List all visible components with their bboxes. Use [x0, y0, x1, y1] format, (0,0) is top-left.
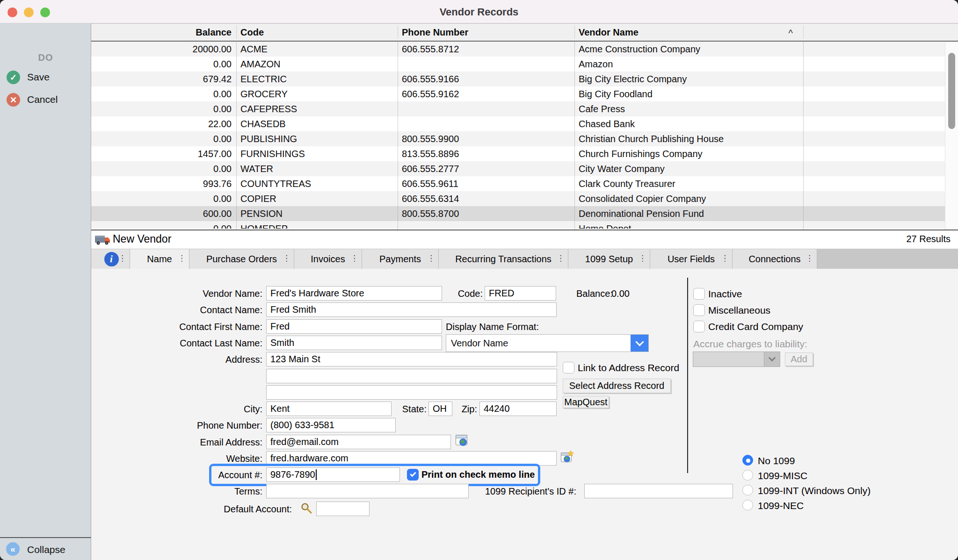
1099-int-radio[interactable] — [742, 485, 753, 495]
vendor-name-label: Vendor Name: — [91, 287, 262, 300]
tab-bar: i ⋮ Name ⋮ Purchase Orders ⋮ Invoices ⋮ … — [91, 249, 958, 269]
column-header-code[interactable]: Code — [236, 27, 398, 38]
text-cursor — [316, 469, 317, 480]
no-1099-label: No 1099 — [758, 455, 795, 467]
table-row[interactable]: 0.00 COPIER 606.555.6314 Consolidated Co… — [91, 191, 958, 206]
credit-card-company-label: Credit Card Company — [708, 321, 803, 332]
column-header-vendor-name[interactable]: Vendor Name ^ — [574, 27, 803, 38]
vendor-table: Balance Code Phone Number Vendor Name ^ … — [91, 23, 958, 230]
tab-menu-icon[interactable]: ⋮ — [806, 253, 813, 263]
display-name-format-select[interactable]: Vendor Name — [446, 334, 649, 352]
tab-1099-setup[interactable]: 1099 Setup ⋮ — [568, 249, 650, 269]
email-address-label: Email Address: — [91, 436, 262, 448]
1099-misc-label: 1099-MISC — [758, 470, 807, 481]
tab-name[interactable]: Name ⋮ — [130, 249, 189, 269]
mapquest-button[interactable]: MapQuest — [563, 396, 609, 408]
tab-invoices[interactable]: Invoices ⋮ — [294, 249, 362, 269]
vendor-table-header: Balance Code Phone Number Vendor Name ^ — [91, 24, 958, 42]
credit-card-company-checkbox[interactable] — [693, 321, 705, 332]
table-scrollbar[interactable] — [945, 43, 958, 230]
contact-last-name-field[interactable]: Smith — [266, 336, 442, 350]
account-lookup-icon[interactable] — [300, 502, 313, 517]
table-row[interactable]: 0.00 AMAZON Amazon — [91, 57, 958, 72]
table-row[interactable]: 0.00 GROCERY 606.555.9162 Big City Foodl… — [91, 86, 958, 101]
tab-menu-icon[interactable]: ⋮ — [118, 253, 126, 263]
table-row[interactable]: 0.00 WATER 606.555.2777 City Water Compa… — [91, 161, 958, 176]
code-field[interactable]: FRED — [485, 286, 556, 301]
vendor-form: Vendor Name: Fred's Hardware Store Code:… — [91, 269, 958, 560]
1099-nec-radio[interactable] — [742, 500, 753, 510]
zip-field[interactable]: 44240 — [479, 402, 557, 416]
main-area: Balance Code Phone Number Vendor Name ^ … — [91, 23, 958, 560]
1099-misc-radio[interactable] — [742, 470, 753, 481]
inactive-checkbox[interactable] — [693, 288, 705, 300]
tab-menu-icon[interactable]: ⋮ — [178, 253, 186, 263]
accrue-liability-select[interactable] — [693, 352, 780, 367]
phone-number-field[interactable]: (800) 633-9581 — [266, 418, 396, 432]
contact-first-name-field[interactable]: Fred — [266, 319, 442, 334]
send-email-icon[interactable] — [455, 434, 469, 449]
tab-menu-icon[interactable]: ⋮ — [350, 253, 358, 263]
miscellaneous-checkbox[interactable] — [693, 304, 705, 316]
account-number-field[interactable]: 9876-7890 — [266, 467, 400, 482]
table-row[interactable]: 20000.00 ACME 606.555.8712 Acme Construc… — [91, 42, 958, 57]
default-account-field[interactable] — [316, 502, 370, 516]
column-header-balance[interactable]: Balance — [91, 27, 236, 38]
tab-menu-icon[interactable]: ⋮ — [427, 253, 435, 263]
tab-recurring-transactions[interactable]: Recurring Transactions ⋮ — [439, 249, 568, 269]
recipient-id-field[interactable] — [584, 484, 733, 498]
email-address-field[interactable]: fred@email.com — [266, 435, 451, 449]
code-label: Code: — [419, 287, 483, 300]
open-website-icon[interactable] — [560, 450, 574, 466]
tab-purchase-orders[interactable]: Purchase Orders ⋮ — [189, 249, 294, 269]
column-divider — [398, 43, 398, 230]
vendor-name-field[interactable]: Fred's Hardware Store — [266, 286, 442, 301]
table-row[interactable]: 0.00 PUBLISHING 800.555.9900 Christian C… — [91, 131, 958, 146]
print-memo-checkbox[interactable] — [407, 469, 419, 481]
tab-user-fields[interactable]: User Fields ⋮ — [650, 249, 733, 269]
collapse-button[interactable]: « Collapse — [0, 537, 91, 560]
info-icon: i — [104, 252, 119, 266]
terms-label: Terms: — [91, 485, 262, 497]
link-to-address-checkbox[interactable] — [563, 362, 574, 373]
no-1099-radio[interactable] — [742, 455, 753, 466]
title-bar: Vendor Records — [0, 0, 958, 23]
save-button[interactable]: ✓ Save — [0, 70, 91, 85]
table-row[interactable]: 0.00 CAFEPRESS Cafe Press — [91, 101, 958, 116]
tab-connections[interactable]: Connections ⋮ — [733, 249, 817, 269]
tab-menu-icon[interactable]: ⋮ — [283, 253, 290, 263]
table-row[interactable]: 0.00 HOMEDEP Home Depot — [91, 221, 958, 229]
default-account-label: Default Account: — [138, 503, 292, 515]
tab-payments[interactable]: Payments ⋮ — [362, 249, 439, 269]
address-line1-field[interactable]: 123 Main St — [266, 352, 557, 366]
add-liability-button[interactable]: Add — [785, 352, 813, 366]
table-row[interactable]: 993.76 COUNTYTREAS 606.555.9611 Clark Co… — [91, 176, 958, 191]
select-address-record-button[interactable]: Select Address Record — [563, 379, 671, 393]
vendor-table-body: 20000.00 ACME 606.555.8712 Acme Construc… — [91, 42, 958, 229]
contact-name-field[interactable]: Fred Smith — [266, 302, 557, 317]
zip-label: Zip: — [433, 403, 477, 415]
record-title: New Vendor — [113, 233, 171, 245]
address-line2-field[interactable] — [266, 369, 557, 383]
table-row[interactable]: 679.42 ELECTRIC 606.555.9166 Big City El… — [91, 72, 958, 86]
tab-info[interactable]: i ⋮ — [93, 249, 130, 269]
terms-field[interactable] — [266, 484, 469, 498]
table-row[interactable]: 22.00 CHASEDB Chased Bank — [91, 116, 958, 131]
sidebar-section-label: DO — [0, 52, 91, 63]
tab-menu-icon[interactable]: ⋮ — [557, 253, 565, 263]
table-row[interactable]: 600.00 PENSION 800.555.8700 Denomination… — [91, 206, 958, 221]
contact-first-name-label: Contact First Name: — [91, 321, 262, 333]
cancel-button[interactable]: ✕ Cancel — [0, 93, 91, 108]
miscellaneous-label: Miscellaneous — [708, 305, 770, 316]
tab-menu-icon[interactable]: ⋮ — [639, 253, 646, 263]
print-memo-label: Print on check memo line — [421, 469, 535, 480]
column-header-phone[interactable]: Phone Number — [398, 27, 574, 38]
address-line3-field[interactable] — [266, 385, 557, 400]
scrollbar-thumb[interactable] — [948, 53, 955, 129]
website-field[interactable]: fred.hardware.com — [266, 451, 557, 466]
address-label: Address: — [91, 353, 262, 366]
vendor-records-window: Vendor Records DO ✓ Save ✕ Cancel « Coll… — [0, 0, 958, 560]
chevron-down-icon[interactable] — [631, 335, 648, 352]
table-row[interactable]: 1457.00 FURNISHINGS 813.555.8896 Church … — [91, 146, 958, 161]
tab-menu-icon[interactable]: ⋮ — [721, 253, 729, 263]
